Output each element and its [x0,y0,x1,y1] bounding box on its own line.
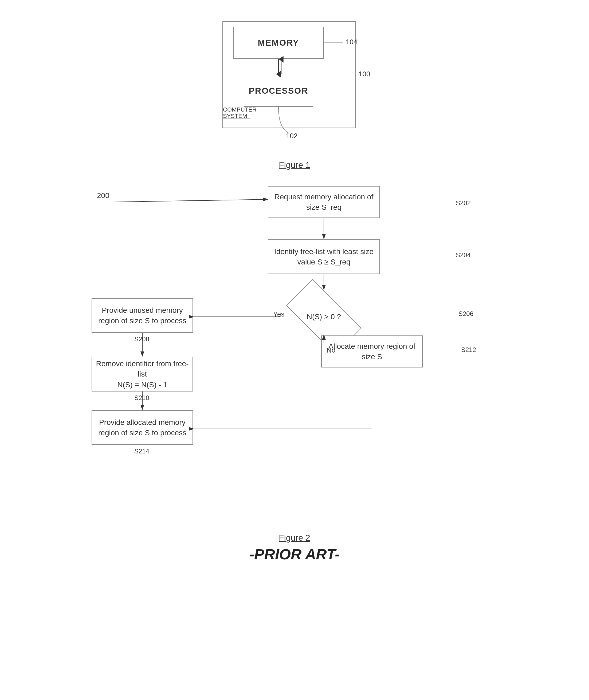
yes-label: Yes [273,310,284,318]
step-S210-label: S210 [134,394,149,402]
step-S204-label: S204 [456,251,471,259]
no-label: No [327,346,335,354]
step-S212-label: S212 [461,346,476,354]
processor-box: PROCESSOR [244,75,313,107]
svg-text:100: 100 [359,70,370,78]
svg-text:102: 102 [286,132,298,140]
step-S202-box: Request memory allocation of size S_req [268,186,380,218]
step-S202-label: S202 [456,199,471,207]
step-S214-box: Provide allocated memory region of size … [91,410,193,445]
figure1-diagram: MEMORY PROCESSOR [201,16,388,155]
step-S208-text: Provide unused memory region of size S t… [95,305,190,326]
step-S208-label: S208 [134,335,149,343]
step-S204-text: Identify free-list with least size value… [271,246,377,267]
step-S212-box: Allocate memory region of size S [321,335,423,367]
step-S208-box: Provide unused memory region of size S t… [91,298,193,333]
memory-label: MEMORY [258,38,299,48]
step-S204-box: Identify free-list with least size value… [268,239,380,274]
step-S214-label: S214 [134,447,149,455]
step-S206-text: N(S) > 0 ? [307,311,341,322]
memory-box: MEMORY [233,27,324,59]
processor-label: PROCESSOR [249,86,308,96]
svg-line-16 [113,199,268,202]
page-container: MEMORY PROCESSOR [0,0,589,700]
step-S210-text: Remove identifier from free-list N(S) = … [95,358,190,390]
step-S214-text: Provide allocated memory region of size … [95,417,190,438]
flowchart-arrows-svg [81,186,508,506]
figure2-footer: Figure 2 -PRIOR ART- [249,533,340,563]
figure2-flowchart: 200 Request memory allocation of size S_… [81,186,508,506]
label-200: 200 [97,191,110,200]
figure1-label: Figure 1 [279,160,310,170]
prior-art-label: -PRIOR ART- [249,546,340,563]
step-S202-text: Request memory allocation of size S_req [271,192,377,213]
step-S210-box: Remove identifier from free-list N(S) = … [91,357,193,391]
step-S206-label: S206 [458,310,473,318]
figure2-label: Figure 2 [249,533,340,543]
step-S212-text: Allocate memory region of size S [325,341,419,362]
